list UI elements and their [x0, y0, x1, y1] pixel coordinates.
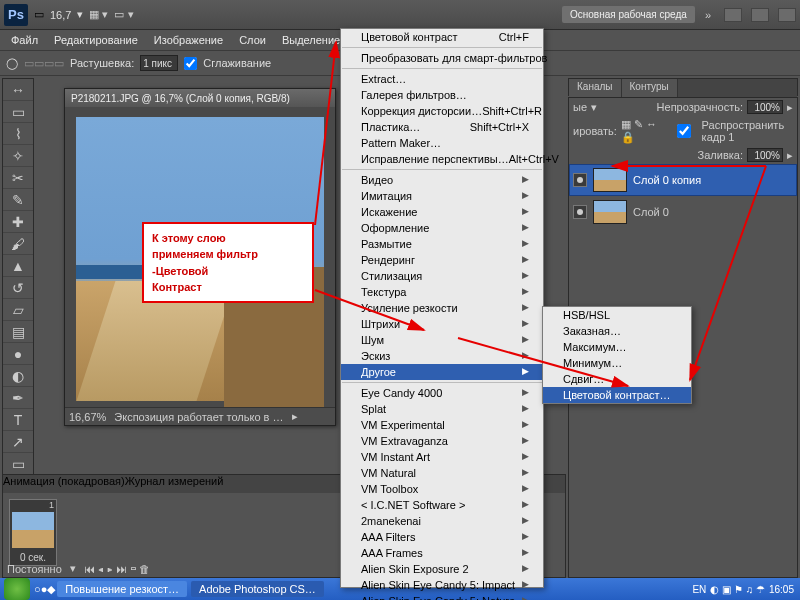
heal-tool[interactable]: ✚: [3, 211, 33, 233]
menu-item[interactable]: Текстура▶: [341, 284, 543, 300]
minimize-button[interactable]: [724, 8, 742, 22]
dodge-tool[interactable]: ◐: [3, 365, 33, 387]
animation-frame[interactable]: 1 0 сек.: [9, 499, 57, 566]
opacity-input[interactable]: [747, 100, 783, 114]
menu-image[interactable]: Изображение: [147, 32, 230, 48]
loop-selector[interactable]: Постоянно: [7, 563, 62, 575]
menu-item[interactable]: AAA Filters▶: [341, 529, 543, 545]
eraser-tool[interactable]: ▱: [3, 299, 33, 321]
tab-channels[interactable]: Каналы: [569, 79, 622, 97]
move-tool[interactable]: ↔: [3, 79, 33, 101]
lock-icons[interactable]: ▦ ✎ ↔ 🔒: [621, 118, 662, 144]
maximize-button[interactable]: [751, 8, 769, 22]
hand-icon[interactable]: ▭: [34, 8, 44, 21]
menu-item[interactable]: Преобразовать для смарт-фильтров: [341, 50, 543, 66]
feather-input[interactable]: [140, 55, 178, 71]
menu-item[interactable]: Размытие▶: [341, 236, 543, 252]
menu-item[interactable]: Другое▶: [341, 364, 543, 380]
zoom-level[interactable]: 16,7: [50, 9, 71, 21]
brush-tool[interactable]: 🖌: [3, 233, 33, 255]
menu-item[interactable]: Рендеринг▶: [341, 252, 543, 268]
wand-tool[interactable]: ✧: [3, 145, 33, 167]
visibility-icon[interactable]: [573, 173, 587, 187]
tab-paths[interactable]: Контуры: [622, 79, 678, 97]
menu-item[interactable]: Максимум…: [543, 339, 691, 355]
layer-thumbnail[interactable]: [593, 168, 627, 192]
quicklaunch-icon[interactable]: ●: [41, 583, 48, 595]
menu-item[interactable]: AAA Frames▶: [341, 545, 543, 561]
menu-item[interactable]: Видео▶: [341, 172, 543, 188]
start-button[interactable]: [4, 578, 30, 600]
menu-item[interactable]: Заказная…: [543, 323, 691, 339]
blur-tool[interactable]: ●: [3, 343, 33, 365]
close-button[interactable]: [778, 8, 796, 22]
menu-select[interactable]: Выделение: [275, 32, 347, 48]
menu-item[interactable]: Шум▶: [341, 332, 543, 348]
path-tool[interactable]: ↗: [3, 431, 33, 453]
layer-name[interactable]: Слой 0: [633, 206, 669, 218]
menu-item[interactable]: Pattern Maker…: [341, 135, 543, 151]
menu-item[interactable]: < I.C.NET Software >▶: [341, 497, 543, 513]
layer-thumbnail[interactable]: [593, 200, 627, 224]
menu-item[interactable]: Цветовой контраст…: [543, 387, 691, 403]
menu-item[interactable]: Alien Skin Exposure 2▶: [341, 561, 543, 577]
chevron-right-icon[interactable]: ▸: [292, 410, 298, 423]
stamp-tool[interactable]: ▲: [3, 255, 33, 277]
pen-tool[interactable]: ✒: [3, 387, 33, 409]
fill-input[interactable]: [747, 148, 783, 162]
system-tray[interactable]: EN ◐ ▣ ⚑ ♫ ☂ 16:05: [686, 584, 800, 595]
menu-item[interactable]: VM Natural▶: [341, 465, 543, 481]
gradient-tool[interactable]: ▤: [3, 321, 33, 343]
layer-row[interactable]: Слой 0: [569, 196, 797, 228]
menu-item[interactable]: Коррекция дисторсии…Shift+Ctrl+R: [341, 103, 543, 119]
tab-measure-log[interactable]: Журнал измерений: [125, 475, 224, 493]
quicklaunch-icon[interactable]: ○: [34, 583, 41, 595]
propagate-checkbox[interactable]: [670, 124, 698, 138]
antialias-checkbox[interactable]: [184, 57, 197, 70]
menu-file[interactable]: Файл: [4, 32, 45, 48]
menu-item[interactable]: Имитация▶: [341, 188, 543, 204]
taskbar-task[interactable]: Adobe Photoshop CS…: [191, 581, 324, 597]
menu-item[interactable]: Сдвиг…: [543, 371, 691, 387]
marquee-tool[interactable]: ▭: [3, 101, 33, 123]
menu-layers[interactable]: Слои: [232, 32, 273, 48]
playback-controls[interactable]: ⏮ ◀ ▶ ⏭ ▭ 🗑: [84, 563, 150, 575]
menu-item[interactable]: Оформление▶: [341, 220, 543, 236]
layer-row[interactable]: Слой 0 копия: [569, 164, 797, 196]
menu-item[interactable]: HSB/HSL: [543, 307, 691, 323]
menu-item[interactable]: VM Extravaganza▶: [341, 433, 543, 449]
menu-item[interactable]: Alien Skin Eye Candy 5: Nature▶: [341, 593, 543, 600]
menu-item[interactable]: Extract…: [341, 71, 543, 87]
screen-icon[interactable]: ▭ ▾: [114, 8, 133, 21]
menu-item[interactable]: VM Toolbox▶: [341, 481, 543, 497]
menu-item[interactable]: Splat▶: [341, 401, 543, 417]
menu-item[interactable]: Пластика…Shift+Ctrl+X: [341, 119, 543, 135]
menu-item[interactable]: VM Experimental▶: [341, 417, 543, 433]
type-tool[interactable]: T: [3, 409, 33, 431]
menu-item[interactable]: Исправление перспективы…Alt+Ctrl+V: [341, 151, 543, 167]
history-brush-tool[interactable]: ↺: [3, 277, 33, 299]
menu-item[interactable]: Галерея фильтров…: [341, 87, 543, 103]
crop-tool[interactable]: ✂: [3, 167, 33, 189]
tab-animation[interactable]: Анимация (покадровая): [3, 475, 125, 493]
menu-item[interactable]: Alien Skin Eye Candy 5: Impact▶: [341, 577, 543, 593]
menu-item[interactable]: Эскиз▶: [341, 348, 543, 364]
visibility-icon[interactable]: [573, 205, 587, 219]
taskbar-task[interactable]: Повышение резкост…: [57, 581, 187, 597]
menu-item[interactable]: Цветовой контрастCtrl+F: [341, 29, 543, 45]
menu-edit[interactable]: Редактирование: [47, 32, 145, 48]
layer-name[interactable]: Слой 0 копия: [633, 174, 701, 186]
menu-item[interactable]: 2manekenai▶: [341, 513, 543, 529]
menu-item[interactable]: VM Instant Art▶: [341, 449, 543, 465]
menu-item[interactable]: Штрихи▶: [341, 316, 543, 332]
shape-tool[interactable]: ▭: [3, 453, 33, 475]
doc-zoom[interactable]: 16,67%: [69, 411, 106, 423]
workspace-switcher[interactable]: Основная рабочая среда: [562, 6, 695, 23]
eyedrop-tool[interactable]: ✎: [3, 189, 33, 211]
menu-item[interactable]: Стилизация▶: [341, 268, 543, 284]
view-icon[interactable]: ▦ ▾: [89, 8, 108, 21]
lang-indicator[interactable]: EN: [692, 584, 706, 595]
menu-item[interactable]: Искажение▶: [341, 204, 543, 220]
menu-item[interactable]: Минимум…: [543, 355, 691, 371]
chevron-right-icon[interactable]: »: [705, 9, 711, 21]
